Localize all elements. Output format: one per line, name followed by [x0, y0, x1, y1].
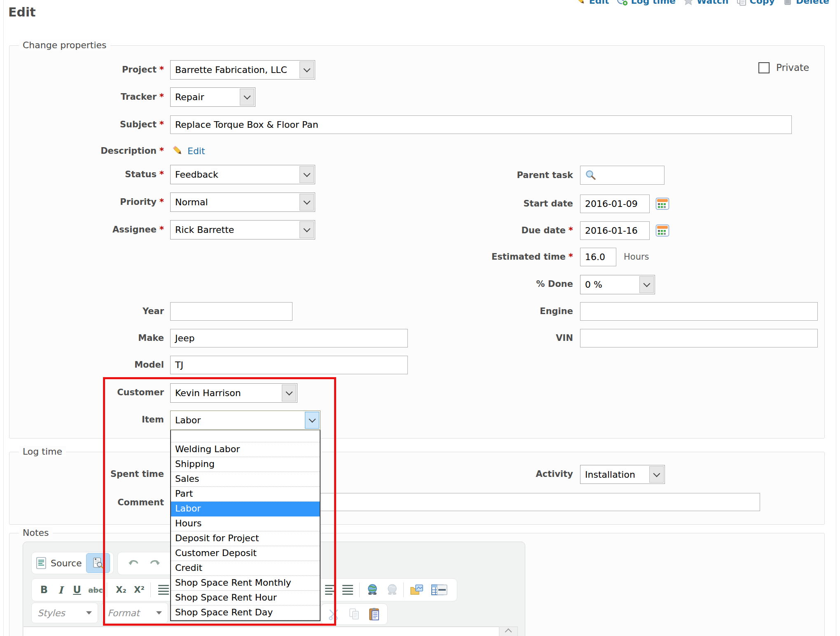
styles-dropdown[interactable]: Styles: [31, 603, 98, 623]
item-dropdown-option[interactable]: Welding Labor: [171, 442, 320, 457]
item-dropdown-option[interactable]: Credit: [171, 561, 320, 576]
engine-input[interactable]: [580, 302, 818, 321]
preview-icon: [93, 557, 103, 569]
required-asterisk: *: [159, 169, 164, 180]
item-dropdown-option[interactable]: Deposit for Project: [171, 531, 320, 546]
action-watch[interactable]: Watch: [683, 0, 729, 6]
italic-button[interactable]: I: [54, 582, 67, 597]
calendar-icon[interactable]: [655, 197, 669, 210]
year-input[interactable]: [170, 302, 292, 321]
subscript-icon: X₂: [116, 585, 126, 595]
project-label: Project: [122, 64, 157, 75]
unlink-globe-icon: [386, 584, 399, 596]
activity-select[interactable]: Installation: [580, 465, 665, 484]
required-asterisk: *: [159, 119, 164, 130]
redo-icon: [149, 559, 161, 568]
percent-done-select[interactable]: 0 %: [580, 275, 655, 294]
justify-block-button[interactable]: [340, 582, 356, 597]
parent-task-input[interactable]: [580, 166, 665, 185]
action-delete[interactable]: Delete: [782, 0, 829, 6]
project-select[interactable]: Barrette Fabrication, LLC: [170, 60, 315, 80]
item-dropdown-option[interactable]: Hours: [171, 516, 320, 531]
required-asterisk: *: [159, 196, 164, 208]
required-asterisk: *: [159, 64, 164, 75]
comment-label: Comment: [117, 497, 164, 508]
page-right-border: [836, 0, 836, 636]
calendar-icon[interactable]: [655, 224, 669, 237]
item-dropdown-option[interactable]: Sales: [171, 472, 320, 487]
source-button[interactable]: Source: [36, 557, 82, 569]
action-copy[interactable]: Copy: [736, 0, 775, 6]
customer-select-value: Kevin Harrison: [175, 388, 241, 398]
item-dropdown-option[interactable]: Shipping: [171, 457, 320, 472]
required-asterisk: *: [159, 224, 164, 235]
underline-button[interactable]: U: [70, 582, 84, 597]
item-select[interactable]: Labor: [170, 411, 321, 430]
year-label: Year: [143, 305, 164, 317]
superscript-button[interactable]: X²: [131, 582, 148, 597]
action-edit[interactable]: Edit: [576, 0, 609, 6]
vin-input[interactable]: [580, 329, 818, 347]
due-date-value: 2016-01-16: [585, 225, 638, 236]
unlink-button[interactable]: [383, 582, 401, 597]
assignee-select[interactable]: Rick Barrette: [170, 220, 315, 239]
item-dropdown-option[interactable]: Shop Space Rent Day: [171, 605, 320, 620]
editor-scrollbar-up[interactable]: [499, 627, 518, 636]
bold-button[interactable]: B: [37, 582, 51, 597]
link-button[interactable]: [363, 582, 381, 597]
make-input[interactable]: Jeep: [170, 329, 408, 347]
copy-button[interactable]: [346, 607, 363, 622]
model-label: Model: [134, 359, 164, 371]
item-dropdown-option[interactable]: Customer Deposit: [171, 546, 320, 561]
pencil-icon: [576, 0, 586, 6]
numbered-list-button[interactable]: [155, 582, 172, 597]
estimated-time-label: Estimated time: [491, 251, 566, 263]
model-input-value: TJ: [175, 360, 183, 370]
estimated-time-suffix: Hours: [624, 251, 649, 263]
format-dropdown[interactable]: Format: [101, 603, 168, 623]
subscript-button[interactable]: X₂: [112, 582, 130, 597]
subject-input[interactable]: Replace Torque Box & Floor Pan: [170, 115, 792, 134]
required-asterisk: *: [159, 91, 164, 103]
priority-select[interactable]: Normal: [170, 192, 315, 212]
item-dropdown-option[interactable]: Shop Space Rent Monthly: [171, 576, 320, 591]
required-asterisk: *: [159, 145, 164, 157]
required-asterisk: *: [569, 251, 573, 263]
undo-button[interactable]: [125, 556, 142, 571]
trash-icon: [782, 0, 793, 6]
image-button[interactable]: [407, 582, 426, 597]
make-input-value: Jeep: [175, 333, 195, 343]
paste-button[interactable]: [366, 607, 383, 622]
description-label: Description: [101, 145, 157, 157]
bold-icon: B: [40, 584, 48, 596]
caret-down-icon: [156, 611, 162, 615]
caret-down-icon: [86, 611, 92, 615]
preview-button[interactable]: [86, 553, 110, 573]
redo-button[interactable]: [147, 556, 163, 571]
item-dropdown-option[interactable]: Part: [171, 487, 320, 502]
model-input[interactable]: TJ: [170, 356, 408, 374]
status-select[interactable]: Feedback: [170, 165, 315, 184]
horizontal-line-button[interactable]: [434, 582, 450, 597]
estimated-time-input[interactable]: 16.0: [580, 248, 616, 266]
notes-content-area[interactable]: [23, 627, 499, 636]
start-date-input[interactable]: 2016-01-09: [580, 195, 650, 213]
description-edit-link[interactable]: Edit: [187, 146, 205, 156]
toolbar-separator: [359, 582, 360, 597]
customer-select[interactable]: Kevin Harrison: [170, 383, 297, 403]
private-checkbox[interactable]: [758, 62, 770, 73]
percent-done-label: % Done: [536, 278, 573, 290]
log-time-legend: Log time: [19, 446, 66, 458]
cut-button[interactable]: [325, 607, 342, 622]
item-dropdown-option[interactable]: Labor: [171, 502, 320, 516]
source-button-label: Source: [51, 558, 82, 568]
justify-left-button[interactable]: [323, 582, 338, 597]
action-log-time[interactable]: Log time: [617, 0, 676, 6]
tracker-select[interactable]: Repair: [170, 87, 255, 107]
due-date-input[interactable]: 2016-01-16: [580, 221, 650, 240]
chevron-down-icon: [649, 466, 664, 483]
item-dropdown-option-blank[interactable]: [171, 430, 320, 442]
assignee-select-value: Rick Barrette: [175, 225, 234, 235]
item-dropdown-option[interactable]: Shop Space Rent Hour: [171, 591, 320, 605]
strikethrough-button[interactable]: abc: [87, 582, 105, 597]
